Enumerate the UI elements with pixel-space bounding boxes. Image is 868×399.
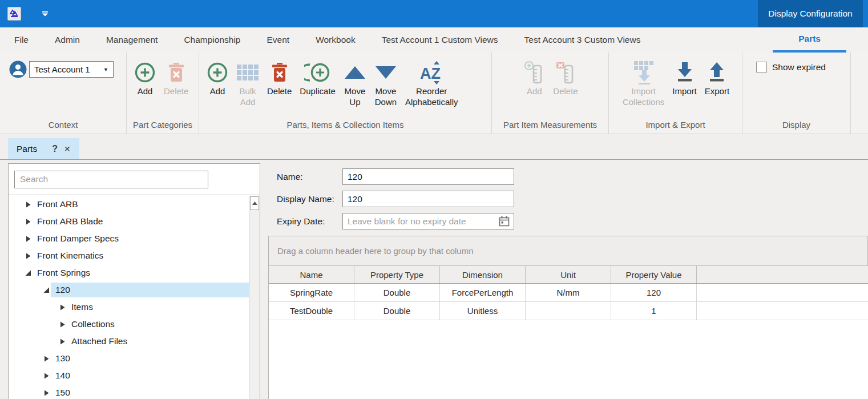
column-header-property-type[interactable]: Property Type [354,266,440,283]
expander-collapsed-icon[interactable] [25,219,31,225]
titlebar-context-section[interactable]: Display Configuration [758,0,863,27]
tree-item-front-kinematics[interactable]: Front Kinematics [9,247,249,264]
ribbon-group-context: Test Account 1 ▼ Context [0,53,127,134]
display-name-input[interactable] [342,191,514,207]
tab-parts-active[interactable]: Parts [773,27,846,53]
name-input[interactable] [342,168,514,185]
tree-item-front-damper-specs[interactable]: Front Damper Specs [9,230,249,247]
cell-name[interactable]: TestDouble [269,302,354,320]
tree-item-collections[interactable]: Collections [9,316,249,333]
arrow-up-icon [252,201,257,205]
button-label: Duplicate [300,86,336,96]
parts-tree-panel: Front ARB Front ARB Blade Front Damper S… [8,163,260,399]
tab-test-account-1-custom-views[interactable]: Test Account 1 Custom Views [369,27,511,53]
expander-expanded-icon[interactable] [43,287,50,293]
button-label: Up [349,96,360,107]
calendar-icon[interactable] [499,216,510,227]
column-header-unit[interactable]: Unit [526,266,611,283]
trash-icon [167,59,185,86]
tab-file[interactable]: File [1,27,42,53]
tab-admin[interactable]: Admin [42,27,93,53]
tab-workbook[interactable]: Workbook [302,27,369,53]
cell-property-type[interactable]: Double [354,284,440,301]
tab-management[interactable]: Management [93,27,171,53]
tab-test-account-3-custom-views[interactable]: Test Account 3 Custom Views [511,27,654,53]
tree-scrollbar[interactable] [249,196,260,399]
measurement-delete-button[interactable]: Delete [549,59,582,96]
cell-unit[interactable] [526,302,611,320]
cell-name[interactable]: SpringRate [269,284,354,301]
cell-property-type[interactable]: Double [354,302,440,320]
reorder-alphabetically-button[interactable]: AZ Reorder Alphabetically [401,59,462,107]
measurement-add-button[interactable]: Add [519,59,549,96]
close-icon[interactable]: ✕ [64,144,71,154]
expander-collapsed-icon[interactable] [43,373,50,379]
part-categories-delete-button[interactable]: Delete [160,59,192,96]
table-row-springrate[interactable]: SpringRate Double ForcePerLength N/mm 12… [269,284,868,302]
properties-grid: Drag a column header here to group by th… [268,236,868,399]
move-down-button[interactable]: Move Down [370,59,401,107]
import-button[interactable]: Import [668,59,701,96]
parts-delete-button[interactable]: Delete [263,59,296,96]
export-button[interactable]: Export [701,59,733,96]
tab-championship[interactable]: Championship [171,27,253,53]
account-select[interactable]: Test Account 1 ▼ [29,61,114,78]
expander-expanded-icon[interactable] [25,270,31,276]
grid-group-by-area[interactable]: Drag a column header here to group by th… [269,236,868,266]
display-name-label: Display Name: [277,194,334,204]
quick-access-dropdown-icon[interactable] [42,9,49,19]
button-label: Delete [553,86,578,96]
app-icon[interactable] [7,7,21,21]
tree-item-150[interactable]: 150 [9,384,249,399]
cell-dimension[interactable]: Unitless [440,302,526,320]
document-tab-strip: Parts ? ✕ [0,134,868,160]
import-collections-button[interactable]: Import Collections [619,59,668,107]
expander-collapsed-icon[interactable] [25,236,31,242]
expander-collapsed-icon[interactable] [59,304,66,311]
search-input[interactable] [14,171,208,188]
document-tab-label: Parts [17,144,37,154]
expiry-date-input[interactable] [342,213,514,229]
cell-dimension[interactable]: ForcePerLength [440,284,526,301]
move-up-button[interactable]: Move Up [340,59,370,107]
column-header-property-value[interactable]: Property Value [611,266,697,283]
tree-item-120-selected[interactable]: 120 [9,281,249,299]
tree-item-140[interactable]: 140 [9,367,249,384]
export-arrow-icon [708,59,726,86]
add-circle-icon [134,59,156,86]
part-categories-add-button[interactable]: Add [130,59,160,96]
duplicate-button[interactable]: Duplicate [296,59,340,96]
expander-collapsed-icon[interactable] [25,201,31,208]
column-header-dimension[interactable]: Dimension [440,266,526,283]
show-expired-checkbox[interactable] [756,62,767,72]
cell-filler [697,302,868,320]
tree-item-front-arb-blade[interactable]: Front ARB Blade [9,213,249,230]
scroll-up-button[interactable] [250,196,259,210]
help-icon[interactable]: ? [52,144,58,154]
button-label: Bulk [239,86,256,96]
expander-collapsed-icon[interactable] [25,253,31,259]
expander-collapsed-icon[interactable] [59,338,66,345]
tree-item-front-arb[interactable]: Front ARB [9,196,249,213]
expander-collapsed-icon[interactable] [43,390,50,396]
tree-item-attached-files[interactable]: Attached Files [9,333,249,350]
button-label: Import [631,86,656,96]
chevron-down-icon: ▼ [103,67,108,72]
cell-unit[interactable]: N/mm [526,284,611,301]
parts-add-button[interactable]: Add [203,59,232,96]
column-header-name[interactable]: Name [269,266,354,283]
bulk-add-button[interactable]: Bulk Add [232,59,263,107]
tree-item-items[interactable]: Items [9,299,249,316]
document-tab-parts[interactable]: Parts ? ✕ [8,138,79,159]
add-circle-icon [207,59,228,86]
tree-item-front-springs[interactable]: Front Springs [9,264,249,281]
tab-event[interactable]: Event [254,27,303,53]
cell-property-value[interactable]: 120 [611,284,697,301]
expander-collapsed-icon[interactable] [43,356,50,362]
show-expired-label: Show expired [772,62,826,72]
trash-icon [271,59,289,86]
cell-property-value[interactable]: 1 [611,302,697,320]
expander-collapsed-icon[interactable] [59,321,66,328]
tree-item-130[interactable]: 130 [9,350,249,367]
table-row-testdouble[interactable]: TestDouble Double Unitless 1 [269,302,868,320]
